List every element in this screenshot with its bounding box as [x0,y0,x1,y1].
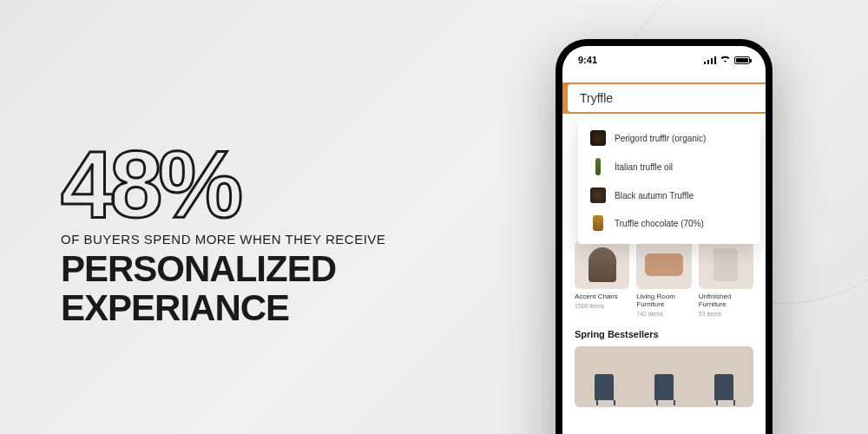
chair-icon [654,374,674,400]
headline-block: 48% OF BUYERS SPEND MORE WHEN THEY RECEI… [61,143,385,326]
suggestion-label: Perigord trufflr (organic) [615,134,706,143]
svg-rect-0 [704,62,706,64]
card-title: Living Room Furniture [636,293,691,309]
chair-icon [714,374,733,400]
suggestion-item[interactable]: Italian truffle oil [578,152,760,181]
truffle-icon [590,187,606,203]
chair-icon [595,374,614,400]
card-count: 742 items [636,311,691,317]
suggestion-item[interactable]: Truffle chocolate (70%) [578,209,760,237]
phone-screen: 9:41 Tryffle Perigord trufflr (organic) … [562,46,766,434]
stat-headline-1: PERSONALIZED [61,252,385,286]
bestseller-banner[interactable] [575,346,753,407]
battery-icon [734,56,750,64]
oil-bottle-icon [595,158,601,175]
phone-mockup: 9:41 Tryffle Perigord trufflr (organic) … [556,39,773,434]
stat-percentage: 48% [61,143,385,225]
card-title: Accent Chairs [575,293,629,301]
card-count: 1500 items [575,303,629,309]
signal-icon [704,56,716,64]
card-count: 53 items [699,311,753,317]
section-title: Spring Bestsellers [575,329,753,339]
stat-headline-2: EXPERIANCE [61,291,385,326]
suggestion-label: Black autumn Truffle [615,191,694,201]
card-title: Unfinished Furniture [699,293,753,309]
suggestion-item[interactable]: Perigord trufflr (organic) [578,124,760,152]
category-card[interactable]: Unfinished Furniture 53 items [699,240,753,317]
truffle-icon [590,130,606,146]
svg-rect-2 [711,58,713,64]
suggestion-label: Truffle chocolate (70%) [615,219,704,228]
search-dropdown: Perigord trufflr (organic) Italian truff… [578,117,760,244]
search-overlay: Tryffle Perigord trufflr (organic) Itali… [562,82,766,244]
category-card[interactable]: Living Room Furniture 742 items [636,240,691,317]
search-input[interactable]: Tryffle [566,82,766,114]
suggestion-label: Italian truffle oil [615,162,673,172]
category-card[interactable]: Accent Chairs 1500 items [575,240,629,317]
suggestion-item[interactable]: Black autumn Truffle [578,181,760,209]
stat-subtitle: OF BUYERS SPEND MORE WHEN THEY RECEIVE [61,232,385,247]
sofa-icon [645,253,683,276]
svg-rect-3 [714,56,716,64]
chair-icon [713,248,738,281]
status-time: 9:41 [578,55,597,65]
svg-rect-1 [707,60,709,64]
chair-icon [589,247,616,282]
status-bar: 9:41 [562,46,766,70]
category-cards: Accent Chairs 1500 items Living Room Fur… [575,240,753,317]
chocolate-icon [593,215,603,231]
wifi-icon [720,55,731,65]
